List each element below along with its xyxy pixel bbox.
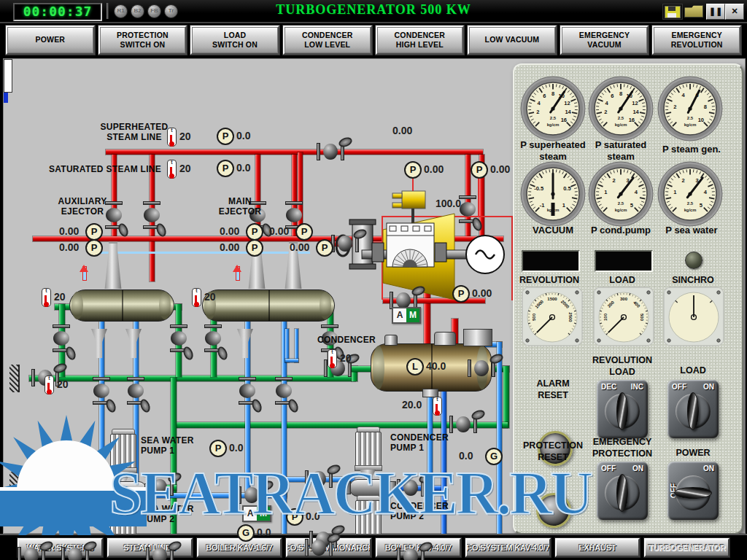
valve-icon[interactable]: [397, 479, 425, 497]
pause-button[interactable]: ❚❚: [706, 4, 725, 20]
pressure-indicator: P: [404, 161, 422, 179]
valve-icon[interactable]: [61, 478, 89, 496]
auto-manual-switch[interactable]: AM: [392, 307, 421, 324]
vessel-endcap: [159, 292, 171, 319]
alarm-button-condencer-high-level[interactable]: CONDENCER HIGH LEVEL: [376, 26, 465, 55]
vent-arrow-icon: [233, 260, 241, 279]
condenser-pump-1[interactable]: [347, 427, 393, 495]
pressure-indicator: P: [452, 285, 470, 303]
valve-icon[interactable]: [239, 377, 256, 405]
svg-text:500: 500: [640, 314, 644, 322]
svg-text:300: 300: [620, 297, 628, 301]
rotary-switch-load[interactable]: OFFON: [667, 380, 719, 438]
am-switch-m: M: [257, 507, 270, 521]
valve-flange: [275, 377, 293, 381]
pump-casing: [349, 479, 392, 497]
alarm-button-emergency-revolution[interactable]: EMERGENCY REVOLUTION: [652, 26, 741, 55]
alarm-button-load-switch-on[interactable]: LOAD SWITCH ON: [190, 26, 279, 55]
indicator-value: 20.0: [402, 399, 422, 411]
valve-icon[interactable]: [331, 235, 359, 252]
tab-turbogenerator[interactable]: TURBOGENERATOR: [644, 538, 729, 557]
valve-handwheel: [182, 345, 195, 361]
alarm-button-protection-switch-on[interactable]: PROTECTION SWITCH ON: [98, 26, 187, 55]
close-button[interactable]: ✕: [725, 4, 744, 20]
rotary-switch-revolution-load[interactable]: DECINC: [597, 380, 648, 438]
alarm-button-power[interactable]: POWER: [6, 26, 95, 55]
label-condenser: CONDENCER: [317, 335, 387, 345]
save-icon[interactable]: [662, 4, 683, 20]
pipe-segment: [106, 149, 483, 155]
valve-icon[interactable]: [127, 377, 144, 405]
valve-flange: [459, 195, 476, 199]
rotary-switch-emergency-protection[interactable]: OFFON: [597, 462, 648, 520]
valve-icon[interactable]: [305, 470, 333, 488]
auto-manual-switch[interactable]: AM: [242, 505, 271, 522]
valve-icon[interactable]: [305, 539, 333, 556]
rotary-switch-power[interactable]: ONOFF: [667, 462, 719, 520]
valve-icon[interactable]: [204, 324, 222, 352]
quick-button-tr[interactable]: Tr: [164, 4, 178, 18]
valve-icon[interactable]: [18, 547, 45, 560]
valve-handwheel: [325, 463, 341, 476]
alarm-button-condencer-low-level[interactable]: CONDENCER LOW LEVEL: [283, 26, 372, 55]
tab-exhaust[interactable]: EXHAUST: [555, 538, 640, 557]
valve-icon[interactable]: [170, 324, 187, 352]
thermometer-t: t: [193, 288, 201, 293]
svg-text:12: 12: [632, 100, 638, 106]
valve-body: [286, 208, 302, 222]
valve-body: [128, 384, 144, 398]
valve-icon[interactable]: [317, 143, 344, 160]
valve-body: [171, 331, 187, 346]
valve-body: [276, 384, 292, 398]
valve-icon[interactable]: [146, 478, 174, 496]
svg-text:2.5: 2.5: [618, 116, 624, 120]
valve-icon[interactable]: [93, 377, 110, 405]
valve-icon[interactable]: [275, 377, 293, 405]
valve-body: [460, 202, 476, 217]
pump-neck: [360, 470, 376, 479]
valve-icon[interactable]: [397, 548, 425, 560]
valve-icon[interactable]: [468, 359, 495, 377]
alarm-button-emergency-vacuum[interactable]: EMERGENCY VACUUM: [560, 26, 649, 55]
valve-handwheel: [337, 136, 353, 149]
push-button-protection-reset[interactable]: [536, 493, 571, 528]
gauge-label: P superheated steam: [516, 139, 589, 163]
quick-button-r1[interactable]: R1: [114, 4, 128, 18]
svg-text:500: 500: [532, 313, 536, 321]
indicator-value: 20: [57, 378, 69, 390]
alarm-button-low-vacuum[interactable]: LOW VACUUM: [468, 26, 557, 55]
valve-flange: [31, 369, 35, 386]
switch-knob-lens: [616, 474, 628, 512]
valve-icon[interactable]: [449, 416, 477, 433]
tab-boiler-kav-1-6-7[interactable]: BOILER KAV-1.6/7: [197, 538, 282, 557]
drain-funnel: [236, 329, 255, 358]
pressure-indicator: P: [295, 223, 313, 241]
valve-icon[interactable]: [238, 486, 266, 504]
pressure-indicator: P: [85, 223, 103, 241]
svg-text:8: 8: [704, 104, 707, 110]
svg-text:5: 5: [630, 202, 633, 209]
pressure-indicator: P: [246, 239, 263, 257]
valve-body: [323, 144, 338, 160]
tab-f-o-system-kav-4-0-7[interactable]: F.O.SYSTEM KAV-4.0/7: [465, 538, 551, 557]
valve-icon[interactable]: [18, 478, 45, 496]
valve-handwheel: [470, 408, 486, 421]
pipe-segment: [285, 329, 289, 362]
svg-text:100: 100: [603, 313, 608, 321]
valve-body: [338, 236, 352, 252]
valve-icon[interactable]: [143, 201, 160, 229]
quick-button-fb[interactable]: FB: [147, 4, 161, 18]
vessel-endcap: [71, 292, 83, 319]
valve-icon[interactable]: [61, 547, 89, 560]
gauge-label: P cond.pump: [586, 225, 656, 236]
valve-handwheel: [258, 479, 274, 492]
valve-icon[interactable]: [53, 324, 70, 352]
svg-text:kg/cm: kg/cm: [615, 122, 627, 127]
indicator-value: 0.00: [290, 241, 309, 253]
pipe-segment: [503, 366, 509, 428]
valve-icon[interactable]: [459, 195, 476, 223]
valve-flange: [397, 548, 400, 560]
switch-pos-label: INC: [631, 383, 643, 391]
valve-icon[interactable]: [146, 547, 174, 560]
quick-button-b2[interactable]: B2: [131, 4, 144, 18]
